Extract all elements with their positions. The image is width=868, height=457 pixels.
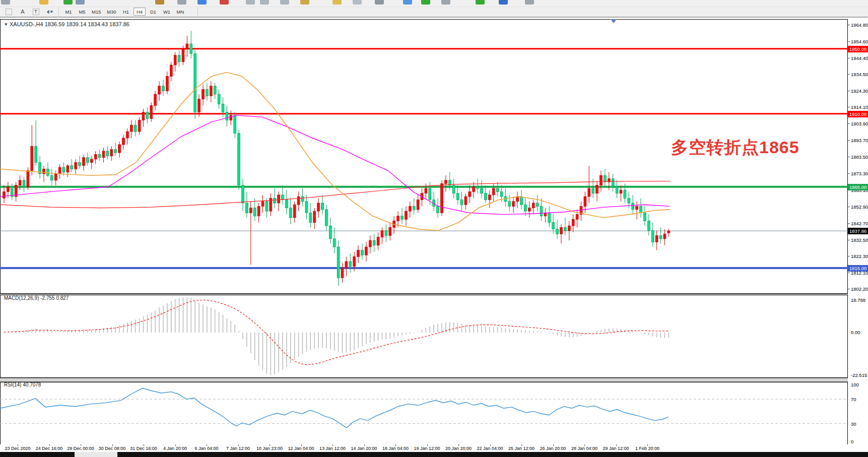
toolbar-icon[interactable] [39, 0, 48, 5]
toolbar-icon[interactable] [441, 0, 450, 5]
timeframe-button-mn[interactable]: MN [174, 8, 186, 16]
toolbar-icon[interactable] [280, 0, 289, 5]
price-tick [848, 140, 850, 141]
taskbar-strip [0, 452, 868, 457]
time-tick-label: 24 Dec 16:00 [36, 446, 63, 451]
candles-layer [3, 31, 670, 286]
toolbar-icon[interactable] [246, 0, 255, 5]
time-tick-label: 31 Dec 16:00 [130, 446, 157, 451]
time-tick-label: 12 Jan 04:00 [288, 446, 314, 451]
time-tick-label: 22 Jan 04:00 [477, 446, 503, 451]
price-tick [848, 223, 850, 224]
toolbar-icon[interactable] [220, 0, 229, 5]
chart-title[interactable]: ▼ XAUUSD-,H4 1836.59 1839.14 1834.43 183… [4, 21, 129, 27]
timeframe-button-w1[interactable]: W1 [161, 8, 173, 16]
price-tick [848, 91, 850, 91]
toolbar-separator [197, 8, 198, 16]
price-tick-label: 1873.30 [851, 171, 868, 176]
toolbar-icon[interactable] [421, 0, 430, 5]
rsi-axis-label: 70 [851, 397, 856, 402]
ma-magenta [0, 115, 670, 215]
rsi-chart[interactable] [0, 381, 848, 444]
text-box-icon-icon[interactable]: T [30, 8, 41, 16]
price-tick [848, 107, 850, 107]
crosshair-grid-icon-icon[interactable] [3, 8, 14, 16]
toolbar-icon[interactable] [177, 0, 186, 5]
toolbar-icon[interactable] [76, 0, 85, 5]
toolbar-icon[interactable] [300, 0, 309, 5]
time-tick-label: 1 Feb 20:00 [635, 446, 659, 451]
toolbar-icon[interactable] [499, 0, 508, 5]
time-tick-label: 20 Jan 20:00 [445, 446, 472, 451]
toolbar-icon[interactable] [375, 0, 384, 5]
price-axis[interactable]: 1964.801954.601944.401934.501924.301914.… [848, 18, 868, 452]
time-tick-label: 10 Jan 23:00 [256, 446, 283, 451]
toolbar-icon[interactable] [155, 0, 164, 5]
toolbar-icon[interactable] [525, 0, 534, 5]
main-toolbar-clipped [0, 0, 868, 7]
price-tick [848, 273, 850, 273]
rsi-axis-label: 30 [851, 421, 856, 427]
price-tick-label: 1883.50 [851, 154, 868, 160]
price-tick-label: 1903.90 [851, 121, 868, 126]
macd-axis-label: 0.00 [851, 330, 860, 335]
rsi-axis-label: 100 [851, 382, 859, 387]
time-axis[interactable]: 23 Dec 202024 Dec 16:0029 Dec 00:0030 De… [0, 444, 848, 452]
rsi-label: RSI(14) 40.7078 [4, 382, 41, 387]
price-tick-label: 1924.30 [851, 88, 868, 94]
timeframe-button-m1[interactable]: M1 [62, 8, 75, 16]
taskbar-gap [75, 452, 117, 457]
price-level-badge: 1950.00 [848, 46, 868, 52]
price-tick-label: 1944.40 [851, 55, 868, 61]
toolbar-icon[interactable] [476, 0, 485, 5]
toolbar-icon[interactable] [260, 0, 269, 5]
timeframe-button-d1[interactable]: D1 [147, 8, 159, 16]
time-tick-label: 14 Jan 20:00 [351, 446, 377, 451]
price-level-badge: 1865.00 [848, 184, 868, 190]
toolbar-icon[interactable] [332, 0, 342, 5]
time-tick-label: 29 Jan 12:00 [603, 446, 629, 451]
price-tick [848, 123, 850, 124]
price-tick-label: 1852.90 [851, 204, 868, 210]
time-tick-label: 25 Jan 12:00 [508, 446, 535, 451]
price-tick-label: 1954.60 [851, 39, 868, 44]
toolbar-icon[interactable] [63, 0, 73, 5]
toolbar-icon[interactable] [403, 0, 412, 5]
toolbar-icon[interactable] [353, 0, 362, 5]
macd-axis-label: -22.515 [851, 372, 867, 378]
price-tick [848, 173, 850, 174]
price-tick [848, 58, 850, 58]
timeframe-button-h4[interactable]: H4 [133, 8, 146, 16]
price-tick-label: 1842.70 [851, 221, 868, 226]
timeframe-button-h1[interactable]: H1 [120, 8, 132, 16]
price-tick-label: 1822.30 [851, 253, 868, 259]
time-tick-label: 26 Jan 20:00 [540, 446, 566, 451]
price-tick [848, 240, 850, 240]
time-tick-label: 7 Jan 12:00 [226, 446, 250, 451]
toolbar-separator [58, 8, 59, 16]
time-tick-label: 13 Jan 12:00 [319, 446, 346, 451]
chart-shift-marker-icon[interactable] [611, 19, 617, 23]
time-tick-label: 29 Dec 00:00 [67, 446, 94, 451]
timeframe-button-m15[interactable]: M15 [90, 8, 103, 16]
toolbar-icon[interactable] [197, 0, 207, 5]
toolbar-icon[interactable] [1, 0, 10, 5]
chart-dropdown-icon[interactable]: ▼ [4, 22, 8, 27]
chart-text-annotation[interactable]: 多空转折点1865 [671, 136, 799, 159]
price-tick [848, 207, 850, 207]
time-tick-label: 19 Jan 12:00 [414, 446, 440, 451]
price-tick [848, 256, 850, 256]
timeframe-button-m5[interactable]: M5 [76, 8, 88, 16]
text-label-icon-icon[interactable]: A [17, 8, 28, 16]
price-tick [848, 25, 850, 25]
time-tick-label: 28 Jan 04:00 [571, 446, 597, 451]
price-tick-label: 1893.70 [851, 138, 868, 143]
rsi-line [0, 388, 669, 428]
price-tick [848, 289, 850, 289]
timeframe-button-m30[interactable]: M30 [105, 8, 118, 16]
macd-histogram [4, 297, 669, 375]
price-tick-label: 1914.10 [851, 104, 868, 110]
price-tick [848, 157, 850, 157]
objects-dropdown-icon-icon[interactable]: ⬖▾ [44, 8, 55, 16]
macd-chart[interactable] [0, 294, 848, 376]
